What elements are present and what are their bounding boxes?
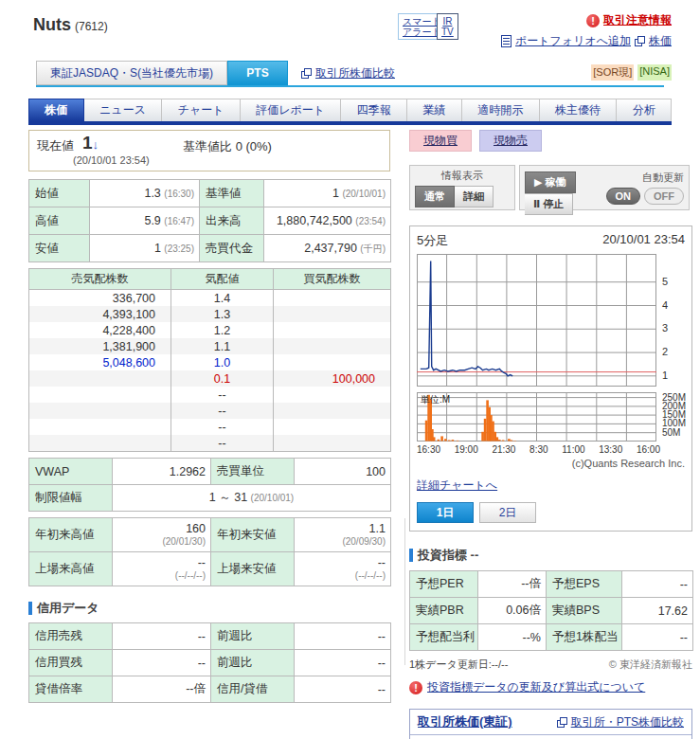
portfolio-icon bbox=[501, 35, 512, 47]
window-icon bbox=[635, 36, 645, 46]
formula-info-row: ! 投資指標データの更新及び算出式について bbox=[409, 679, 692, 695]
tab-chart[interactable]: チャート bbox=[162, 99, 241, 122]
table-row: 貸借倍率--倍 信用/貸借-- bbox=[29, 676, 391, 703]
price-chart bbox=[417, 254, 656, 387]
table-row: 始値 1.3 (16:30) 基準値 1 (20/10/01) bbox=[29, 180, 391, 207]
sell-button[interactable]: 現物売 bbox=[479, 130, 542, 152]
table-row: 年初来高値 160(20/01/30) 年初来安値 1.1(20/09/30) bbox=[29, 518, 391, 552]
tab-earnings[interactable]: 業績 bbox=[407, 99, 462, 122]
indicators-note: 1株データ更新日:--/-- © 東洋経済新報社 bbox=[409, 658, 692, 672]
change-vs-base: 基準値比 0 (0%) bbox=[183, 138, 272, 155]
price-link[interactable]: 株価 bbox=[649, 33, 672, 49]
stock-code: (7612) bbox=[75, 20, 108, 33]
chart-interval-label: 5分足 bbox=[417, 232, 448, 249]
table-row: 信用買残-- 前週比-- bbox=[29, 650, 391, 676]
order-book-row-best-buy: 0.1100,000 bbox=[29, 370, 391, 387]
table-row: 信用売残-- 前週比-- bbox=[29, 623, 391, 650]
credit-data-table: 信用売残-- 前週比-- 信用買残-- 前週比-- 貸借倍率--倍 信用/貸借-… bbox=[28, 622, 391, 703]
stop-button[interactable]: Ⅱ 停止 bbox=[525, 193, 573, 215]
tab-shikiho[interactable]: 四季報 bbox=[341, 99, 407, 122]
ohlc-table: 始値 1.3 (16:30) 基準値 1 (20/10/01) 高値 5.9 (… bbox=[28, 179, 391, 262]
table-row: 高値 5.9 (16:47) 出来高 1,880,742,500 (23:54) bbox=[29, 207, 391, 235]
tab-disclosure[interactable]: 適時開示 bbox=[462, 99, 540, 122]
main-nav-tabs: 株価 ニュース チャート 評価レポート 四季報 業績 適時開示 株主優待 分析 bbox=[28, 99, 672, 122]
order-book-table: 売気配株数 気配値 買気配株数 336,7001.4 4,393,1001.3 … bbox=[28, 268, 391, 452]
market-tab-bar: 東証JASDAQ・S(当社優先市場) PTS 取引所株価比較 bbox=[36, 61, 664, 85]
order-book-row: 336,7001.4 bbox=[29, 290, 391, 307]
current-price-value: 1↓ bbox=[82, 133, 99, 153]
chart-area: 単位:M 54321 250M200M150M100M50M bbox=[417, 254, 685, 442]
heading-bar bbox=[409, 549, 413, 562]
exchange-pts-compare-link[interactable]: 取引所・PTS株価比較 bbox=[571, 714, 684, 730]
intraday-chart-panel: 5分足 20/10/01 23:54 単位:M 54321 250M200M15… bbox=[409, 225, 692, 532]
vwap-table: VWAP 1.2962 売買単位 100 制限値幅 1 ～ 31 (20/10/… bbox=[28, 458, 391, 512]
table-row: 安値 1 (23:25) 売買代金 2,437,790 (千円) bbox=[29, 235, 391, 262]
tab-report[interactable]: 評価レポート bbox=[241, 99, 342, 122]
tab-market-pts[interactable]: PTS bbox=[227, 61, 288, 85]
credit-section-heading: 信用データ bbox=[28, 600, 390, 617]
exchange-price-box: 取引所株価(東証) 取引所・PTS株価比較 現在値-- 前日比-- (--%)(… bbox=[409, 709, 692, 739]
market-tab-underline bbox=[36, 85, 664, 87]
order-book-row: -- bbox=[29, 435, 391, 452]
sor-badge: [SOR現] bbox=[591, 64, 634, 81]
period-1day-button[interactable]: 1日 bbox=[417, 502, 474, 523]
down-arrow-icon: ↓ bbox=[93, 137, 99, 152]
ir-tv-button[interactable]: IR TV bbox=[437, 13, 458, 40]
window-icon bbox=[557, 717, 567, 728]
table-row: 実績PBR0.06倍 実績BPS17.62 bbox=[410, 598, 693, 624]
current-price-label: 現在値 bbox=[37, 137, 74, 154]
buy-button[interactable]: 現物買 bbox=[409, 130, 472, 152]
pause-icon: Ⅱ bbox=[533, 198, 540, 209]
data-update-date: 1株データ更新日:--/-- bbox=[409, 658, 508, 672]
run-button[interactable]: ▶ 稼働 bbox=[525, 171, 576, 193]
detail-chart-link[interactable]: 詳細チャートへ bbox=[417, 478, 497, 492]
current-price-box: 現在値 1↓ (20/10/01 23:54) 基準値比 0 (0%) bbox=[28, 130, 390, 171]
formula-info-link[interactable]: 投資指標データの更新及び算出式について bbox=[427, 679, 645, 695]
indicators-section-heading: 投資指標 -- bbox=[409, 547, 692, 564]
data-source: © 東洋経済新報社 bbox=[609, 658, 692, 672]
indicators-table: 予想PER--倍 予想EPS-- 実績PBR0.06倍 実績BPS17.62 予… bbox=[409, 570, 693, 651]
column-divider bbox=[404, 518, 405, 665]
exchange-price-link[interactable]: 取引所株価(東証) bbox=[418, 713, 512, 730]
alert-icon: ! bbox=[586, 14, 600, 27]
chart-period-buttons: 1日 2日 bbox=[417, 502, 685, 523]
stock-quote-page: Nuts(7612) スマート アラート IR TV ! 取引注意情報 ポートフ… bbox=[0, 0, 700, 739]
add-portfolio-link[interactable]: ポートフォリオへ追加 bbox=[515, 33, 631, 49]
table-row: 制限値幅 1 ～ 31 (20/10/01) bbox=[29, 485, 391, 512]
order-book-row: 4,228,4001.2 bbox=[29, 322, 391, 338]
nisa-badge: [NISA] bbox=[637, 64, 672, 81]
stock-name: Nuts bbox=[33, 15, 71, 34]
info-display-box: 情報表示 通常詳細 bbox=[409, 165, 515, 210]
trade-actions: 現物買 現物売 bbox=[409, 130, 692, 152]
normal-mode-button[interactable]: 通常 bbox=[415, 186, 455, 207]
volume-chart bbox=[417, 392, 656, 442]
detail-mode-button[interactable]: 詳細 bbox=[455, 186, 494, 207]
price-timestamp: (20/10/01 23:54) bbox=[73, 154, 150, 166]
time-axis-labels: 16:3019:0021:308:3011:0013:3016:00 bbox=[417, 444, 660, 455]
page-title: Nuts(7612) bbox=[33, 15, 108, 35]
table-row: 予想PER--倍 予想EPS-- bbox=[410, 571, 693, 598]
order-book-row-best-sell: 5,048,6001.0 bbox=[29, 354, 391, 370]
order-book-row: -- bbox=[29, 419, 391, 435]
tab-stock-price[interactable]: 株価 bbox=[28, 99, 84, 122]
auto-update-off-button[interactable]: OFF bbox=[644, 188, 684, 205]
table-row: VWAP 1.2962 売買単位 100 bbox=[29, 459, 391, 485]
table-row: 上場来高値 --(--/--/--) 上場来安値 --(--/--/--) bbox=[29, 552, 391, 586]
tab-benefits[interactable]: 株主優待 bbox=[540, 99, 618, 122]
auto-update-box: ▶ 稼働Ⅱ 停止 自動更新 ON OFF bbox=[519, 165, 690, 210]
auto-update-on-button[interactable]: ON bbox=[606, 188, 641, 205]
exchange-compare-link[interactable]: 取引所株価比較 bbox=[315, 65, 395, 81]
window-icon bbox=[301, 68, 312, 79]
alert-icon: ! bbox=[409, 681, 422, 694]
volume-unit-label: 単位:M bbox=[421, 393, 450, 406]
order-book-row: -- bbox=[29, 387, 391, 403]
order-book-row: 1,381,9001.1 bbox=[29, 338, 391, 354]
trade-caution-link[interactable]: 取引注意情報 bbox=[603, 12, 672, 28]
tab-analysis[interactable]: 分析 bbox=[617, 99, 672, 122]
tab-market-tse-jasdaq[interactable]: 東証JASDAQ・S(当社優先市場) bbox=[36, 61, 227, 85]
chart-copyright: (c)Quants Research Inc. bbox=[417, 458, 685, 469]
table-row: 予想配当利--% 予想1株配当-- bbox=[410, 624, 693, 651]
tab-news[interactable]: ニュース bbox=[84, 99, 163, 122]
period-2day-button[interactable]: 2日 bbox=[479, 502, 536, 523]
badges: [SOR現] [NISA] bbox=[591, 64, 672, 81]
